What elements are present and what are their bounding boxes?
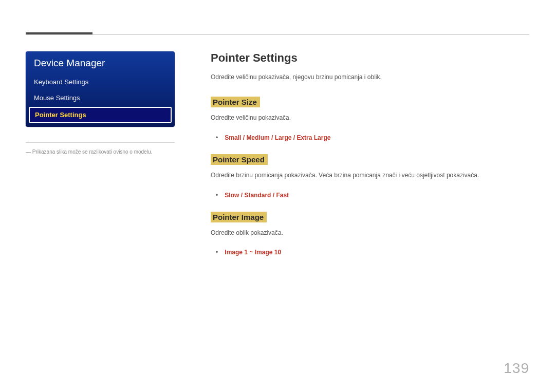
page-title: Pointer Settings — [211, 51, 524, 65]
bullet-icon: • — [216, 133, 223, 143]
sidebar-item-mouse[interactable]: Mouse Settings — [26, 90, 175, 106]
desc-pointer-image: Odredite oblik pokazivača. — [211, 228, 524, 238]
option-standard: Standard — [244, 192, 271, 199]
sep: / — [239, 192, 244, 199]
option-image1: Image 1 — [225, 249, 248, 256]
option-image10: Image 10 — [255, 249, 281, 256]
content-row: Device Manager Keyboard Settings Mouse S… — [26, 51, 529, 264]
sep: / — [271, 192, 276, 199]
manual-page: Device Manager Keyboard Settings Mouse S… — [0, 0, 555, 392]
page-intro: Odredite veličinu pokazivača, njegovu br… — [211, 72, 524, 82]
left-column: Device Manager Keyboard Settings Mouse S… — [26, 51, 190, 264]
heading-pointer-image: Pointer Image — [211, 212, 267, 222]
sep: / — [241, 134, 246, 141]
sep: / — [270, 134, 275, 141]
options-pointer-speed: • Slow / Standard / Fast — [216, 190, 524, 200]
options-pointer-size: • Small / Medium / Large / Extra Large — [216, 133, 524, 143]
note-divider — [26, 142, 175, 143]
sidebar-item-pointer[interactable]: Pointer Settings — [29, 107, 172, 123]
option-slow: Slow — [225, 192, 239, 199]
bullet-icon: • — [216, 190, 223, 200]
sep: ~ — [248, 249, 255, 256]
note-prefix: ― — [26, 149, 31, 155]
device-manager-panel: Device Manager Keyboard Settings Mouse S… — [26, 51, 175, 127]
desc-pointer-size: Odredite veličinu pokazivača. — [211, 113, 524, 123]
bullet-icon: • — [216, 247, 223, 257]
options-pointer-image: • Image 1 ~ Image 10 — [216, 247, 524, 257]
note-text: Prikazana slika može se razlikovati ovis… — [32, 149, 152, 155]
sidebar-item-keyboard[interactable]: Keyboard Settings — [26, 74, 175, 90]
option-medium: Medium — [246, 134, 269, 141]
right-column: Pointer Settings Odredite veličinu pokaz… — [211, 51, 529, 264]
sep: / — [291, 134, 297, 141]
option-small: Small — [225, 134, 241, 141]
heading-pointer-size: Pointer Size — [211, 97, 260, 107]
heading-pointer-speed: Pointer Speed — [211, 154, 268, 165]
page-number: 139 — [504, 360, 529, 377]
desc-pointer-speed: Odredite brzinu pomicanja pokazivača. Ve… — [211, 170, 524, 180]
option-large: Large — [275, 134, 292, 141]
option-extra-large: Extra Large — [297, 134, 330, 141]
device-manager-title: Device Manager — [26, 51, 175, 74]
model-note: ― Prikazana slika može se razlikovati ov… — [26, 148, 190, 156]
header-rule — [26, 34, 529, 35]
option-fast: Fast — [276, 192, 289, 199]
